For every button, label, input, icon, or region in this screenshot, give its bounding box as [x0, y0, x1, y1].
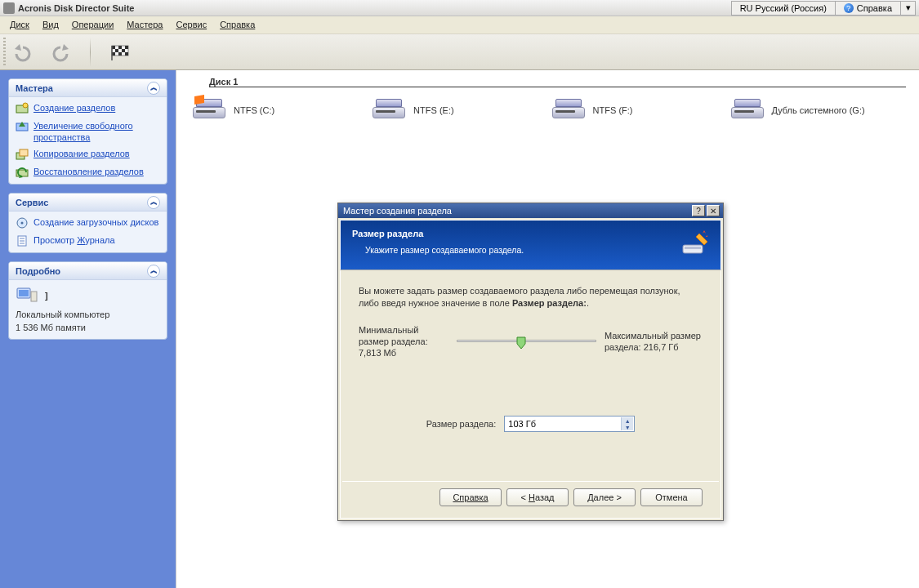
undo-button[interactable] [10, 39, 36, 65]
panel-wizards-header[interactable]: Мастера ︽ [9, 79, 167, 97]
sidebar-item-label: Создание загрузочных дисков [33, 216, 158, 228]
panel-wizards: Мастера ︽ Создание разделов Увеличение с… [8, 78, 167, 185]
sidebar-item-boot-disk[interactable]: Создание загрузочных дисков [16, 216, 160, 229]
copy-partition-icon [16, 148, 29, 161]
next-button[interactable]: Далее > [573, 488, 636, 506]
sidebar-item-view-log[interactable]: Просмотр Журнала [16, 234, 160, 247]
svg-rect-15 [19, 290, 29, 296]
svg-point-3 [23, 103, 28, 108]
cancel-button[interactable]: Отмена [640, 488, 703, 506]
create-partition-icon [16, 102, 29, 115]
menu-wizards[interactable]: Мастера [127, 20, 163, 30]
toolbar-separator [90, 38, 91, 67]
size-input[interactable] [505, 416, 634, 431]
disk-item-c[interactable]: NTFS (C:) [193, 99, 274, 122]
wizard-wand-icon [680, 229, 709, 258]
info-bracket: ] [45, 291, 48, 301]
dialog-description: Вы можете задать размер создаваемого раз… [359, 285, 703, 310]
disk-icon [731, 99, 764, 122]
sidebar-item-increase-space[interactable]: Увеличение свободного пространства [16, 120, 160, 143]
panel-info-header[interactable]: Подробно ︽ [9, 262, 167, 280]
svg-rect-16 [31, 292, 37, 301]
sidebar-item-label: Увеличение свободного пространства [33, 121, 133, 142]
disk-group-title: Диск 1 [209, 77, 906, 87]
dialog-help-button[interactable]: ? [692, 205, 705, 216]
dialog-banner-sub: Укажите размер создаваемого раздела. [352, 245, 680, 255]
toolbar [0, 34, 919, 70]
titlebar: Acronis Disk Director Suite RU Русский (… [0, 0, 919, 16]
commit-button[interactable] [107, 39, 133, 65]
chevron-up-icon: ︽ [147, 265, 160, 278]
size-spinner[interactable]: ▲ ▼ [504, 416, 635, 432]
dialog-title: Мастер создания раздела [343, 206, 452, 216]
panel-service-header[interactable]: Сервис ︽ [9, 194, 167, 212]
language-selector[interactable]: RU Русский (Россия) [731, 1, 836, 16]
help-icon: ? [844, 3, 854, 13]
size-slider[interactable] [457, 333, 596, 350]
svg-rect-18 [685, 247, 701, 249]
menu-help[interactable]: Справка [220, 20, 255, 30]
disk-item-f[interactable]: NTFS (F:) [552, 99, 633, 122]
dialog-banner: Размер раздела Укажите размер создаваемо… [340, 220, 721, 270]
panel-service-title: Сервис [16, 198, 48, 207]
wizard-dialog: Мастер создания раздела ? ✕ Размер разде… [337, 203, 724, 521]
panel-service: Сервис ︽ Создание загрузочных дисков Про… [8, 193, 167, 253]
help-button[interactable]: ? Справка [836, 1, 901, 16]
info-memory: 1 536 Мб памяти [16, 323, 160, 332]
info-computer: Локальный компьютер [16, 310, 160, 319]
toolbar-grip [3, 38, 6, 66]
dialog-titlebar[interactable]: Мастер создания раздела ? ✕ [338, 203, 723, 218]
chevron-up-icon: ︽ [147, 196, 160, 209]
svg-point-9 [21, 222, 24, 225]
app-title: Acronis Disk Director Suite [18, 3, 134, 13]
sidebar-item-restore-partition[interactable]: Восстановление разделов [16, 166, 160, 179]
sidebar-item-copy-partition[interactable]: Копирование разделов [16, 148, 160, 161]
restore-partition-icon [16, 166, 29, 179]
app-icon [3, 2, 15, 14]
sidebar: Мастера ︽ Создание разделов Увеличение с… [0, 70, 176, 588]
max-size-label: Максимальный размер раздела: 216,7 Гб [604, 330, 703, 353]
dialog-close-button[interactable]: ✕ [707, 205, 720, 216]
panel-info-title: Подробно [16, 266, 60, 276]
disk-item-e[interactable]: NTFS (E:) [373, 99, 454, 122]
menubar: Диск Вид Операции Мастера Сервис Справка [0, 16, 919, 34]
back-button[interactable]: < Назад [506, 488, 569, 506]
spinner-up-icon[interactable]: ▲ [622, 417, 633, 424]
increase-space-icon [16, 120, 29, 133]
panel-wizards-title: Мастера [16, 83, 53, 93]
dialog-body: Вы можете задать размер создаваемого раз… [340, 270, 721, 519]
menu-operations[interactable]: Операции [72, 20, 114, 30]
svg-rect-6 [20, 149, 28, 156]
disk-label: NTFS (E:) [413, 105, 454, 115]
disk-icon [193, 99, 225, 122]
menu-disk[interactable]: Диск [10, 20, 29, 30]
titlebar-dropdown[interactable]: ▾ [901, 1, 916, 16]
menu-view[interactable]: Вид [42, 20, 59, 30]
help-label: Справка [857, 3, 892, 13]
sidebar-item-label: Создание разделов [33, 103, 115, 113]
sidebar-item-create-partition[interactable]: Создание разделов [16, 102, 160, 115]
disk-icon [373, 99, 405, 122]
redo-button[interactable] [47, 39, 74, 65]
menu-service[interactable]: Сервис [176, 20, 207, 30]
sidebar-item-label: Копирование разделов [33, 149, 130, 158]
size-field-label: Размер раздела: [426, 419, 497, 429]
dialog-banner-heading: Размер раздела [352, 229, 680, 238]
computer-icon [16, 287, 38, 305]
spinner-down-icon[interactable]: ▼ [622, 424, 633, 430]
boot-disk-icon [16, 216, 29, 229]
disk-label: NTFS (C:) [234, 105, 274, 115]
chevron-up-icon: ︽ [147, 82, 160, 95]
help-button[interactable]: Справка [439, 488, 502, 506]
min-size-label: Минимальный размер раздела: 7,813 Мб [359, 324, 448, 359]
log-icon [16, 234, 29, 247]
disk-label: NTFS (F:) [593, 105, 633, 115]
panel-info: Подробно ︽ ] Локальный компьютер 1 536 М… [8, 261, 167, 340]
disk-icon [552, 99, 585, 122]
sidebar-item-label: Восстановление разделов [33, 167, 144, 176]
disk-item-g[interactable]: Дубль системного (G:) [731, 99, 865, 122]
slider-thumb-icon[interactable] [515, 336, 527, 350]
disk-label: Дубль системного (G:) [772, 105, 865, 115]
language-label: RU Русский (Россия) [740, 3, 827, 13]
